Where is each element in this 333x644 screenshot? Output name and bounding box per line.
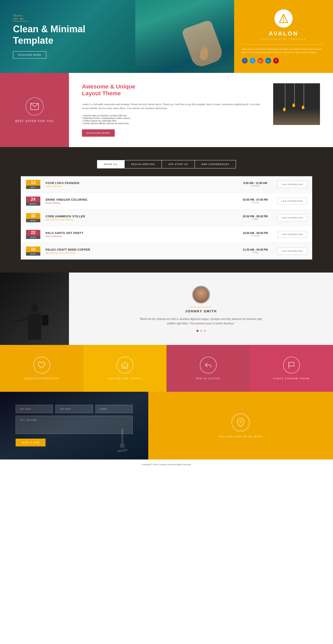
event-info: PALEO CRAFT BEER COPPER App Start Up, We… [46, 248, 233, 254]
event-month: MAR [26, 219, 40, 222]
tab-design-meeting[interactable]: DESIGN MEETING [124, 160, 162, 168]
email-input[interactable] [55, 405, 93, 413]
offer-list-item: Finibus ipsum et, imperdiet felis. [82, 119, 263, 122]
event-day: 24 [26, 197, 40, 202]
feature-label-3: SED IN LUCTUS [196, 377, 221, 380]
dot-3[interactable] [204, 330, 206, 332]
pinterest-icon[interactable]: P [273, 58, 279, 64]
google-plus-icon[interactable]: g+ [258, 58, 263, 64]
svg-point-5 [240, 421, 242, 423]
event-day: 16 [26, 247, 40, 252]
event-day-name: Friday [238, 218, 272, 220]
submit-button[interactable]: SEND IT NOW [16, 439, 46, 446]
feature-icon-circle-1 [33, 357, 50, 374]
contact-form-inner: SEND IT NOW [16, 405, 133, 446]
event-tags: App Start Up, Web Conferences [46, 252, 233, 254]
event-name: CORE HAMMOCK STILLER [46, 215, 233, 218]
avatar-face [193, 287, 209, 302]
tab-app-startup[interactable]: APP START UP [162, 160, 195, 168]
brand-divider [242, 44, 325, 45]
event-time-value: 11:30 AM - 04:30 PM [238, 248, 272, 251]
event-date: 24 APRIL [26, 197, 40, 206]
form-row-1 [16, 405, 133, 413]
subject-input[interactable] [95, 405, 133, 413]
testimonial-image [0, 273, 69, 345]
event-time-value: 10:00 AM - 05:00 PM [238, 232, 272, 235]
contact-form: SEND IT NOW [0, 392, 148, 459]
discover-more-button[interactable]: DISCOVER MORE [13, 51, 46, 59]
event-interested: I AM INTERESTED [277, 198, 307, 205]
event-interested: I AM INTERESTED [277, 231, 307, 238]
event-time: 10:00 AM - 05:00 PM Thursday [238, 232, 272, 237]
offer-image [273, 83, 320, 125]
event-date: 16 MAR [26, 247, 40, 256]
tab-show-all[interactable]: SHOW ALL [97, 160, 124, 168]
event-day: 13 [26, 180, 40, 186]
event-time: 03:30 PM - 09:30 PM Friday [238, 215, 272, 220]
hero-tagline: There you go [13, 14, 29, 21]
event-name: PALEO CRAFT BEER COPPER [46, 248, 233, 251]
table-row: 13 MAY FOUR LOKO FRANZEN Web Conferences… [21, 176, 312, 193]
interested-button[interactable]: I AM INTERESTED [277, 198, 307, 205]
dot-1[interactable] [196, 330, 198, 332]
hero-title: Clean & Minimal Template [13, 23, 122, 46]
event-day-name: Saturday [238, 185, 272, 187]
footer-text: Copyright © 2018 Company name All Rights… [142, 463, 191, 466]
event-time: 11:30 AM - 04:30 PM Friday [238, 248, 272, 254]
testimonial-content: Web Developer JOHNNY SMITH "Morbi elit e… [69, 273, 333, 345]
event-date: 30 MAR [26, 213, 40, 222]
feature-block-1: ALIQUAM FINIBUS EST [0, 345, 83, 392]
event-interested: I AM INTERESTED [277, 181, 307, 188]
brand-panel: AVALON CREATIVE HTML TEMPLATE Miler ut a… [234, 0, 333, 73]
contact-section: SEND IT NOW YOU CAN FIND US ON MAPS [0, 392, 333, 459]
table-row: 16 MAR PALEO CRAFT BEER COPPER App Start… [21, 243, 312, 260]
event-name: PALO SANTO ART PARTY [46, 231, 233, 235]
hero-section: There you go Clean & Minimal Template DI… [0, 0, 333, 73]
offer-list: Aenean eget ex faucibus, tempor nibh vel… [82, 114, 263, 125]
map-label: YOU CAN FIND US ON MAPS [219, 435, 263, 438]
hero-image [135, 0, 234, 73]
facebook-icon[interactable]: f [242, 58, 248, 64]
offer-title-highlight: Layout Theme [82, 90, 121, 97]
tab-web-conferences[interactable]: WEB CONFERENCES [195, 160, 236, 168]
feature-icon-circle-2 [117, 357, 133, 374]
offer-title-plain: Awesome & Unique [82, 83, 135, 90]
name-input[interactable] [16, 405, 53, 413]
offer-right-panel: Awesome & Unique Layout Theme Avalon is … [69, 73, 333, 147]
brand-logo [274, 9, 293, 28]
event-interested: I AM INTERESTED [277, 248, 307, 255]
brand-name: AVALON [269, 30, 298, 37]
event-interested: I AM INTERESTED [277, 214, 307, 221]
feature-icon-circle-3 [200, 357, 217, 374]
event-day: 22 [26, 230, 40, 236]
twitter-icon[interactable]: t [250, 58, 255, 64]
event-info: CORE HAMMOCK STILLER App Start Up, Desig… [46, 215, 233, 221]
event-month: MAY [26, 186, 40, 189]
features-section: ALIQUAM FINIBUS EST NULLAM SED TURPIS SE… [0, 345, 333, 392]
interested-button[interactable]: I AM INTERESTED [277, 248, 307, 255]
svg-marker-3 [121, 362, 128, 368]
person-role: Web Developer [190, 306, 212, 308]
event-time-value: 8:00 AM - 11:00 AM [238, 182, 272, 185]
hero-image-overlay [135, 0, 234, 73]
testimonial-section: Web Developer JOHNNY SMITH "Morbi elit e… [0, 273, 333, 345]
map-icon-circle [232, 413, 250, 432]
feature-block-3: SED IN LUCTUS [166, 345, 250, 392]
dot-2[interactable] [200, 330, 202, 332]
linkedin-icon[interactable]: in [265, 58, 271, 64]
event-day-name: Thursday [238, 235, 272, 237]
event-time-value: 03:00 PM - 07:00 PM [238, 198, 272, 201]
message-textarea[interactable] [16, 416, 133, 434]
feature-label-4: FUSCE CONGUE IPSUM [273, 377, 310, 380]
feature-label-2: NULLAM SED TURPIS [108, 377, 142, 380]
interested-button[interactable]: I AM INTERESTED [277, 214, 307, 221]
table-row: 30 MAR CORE HAMMOCK STILLER App Start Up… [21, 210, 312, 226]
interested-button[interactable]: I AM INTERESTED [277, 231, 307, 238]
event-name: DRINK VINEGAR COLORING [46, 198, 233, 201]
events-tabs: SHOW ALL DESIGN MEETING APP START UP WEB… [97, 160, 236, 168]
table-row: 22 MAR PALO SANTO ART PARTY Web Conferen… [21, 226, 312, 243]
discover-more-button-2[interactable]: DISCOVER MORE [82, 129, 115, 137]
interested-button[interactable]: I AM INTERESTED [277, 181, 307, 188]
flag-icon [287, 362, 295, 369]
event-info: DRINK VINEGAR COLORING Design Meeting [46, 198, 233, 204]
